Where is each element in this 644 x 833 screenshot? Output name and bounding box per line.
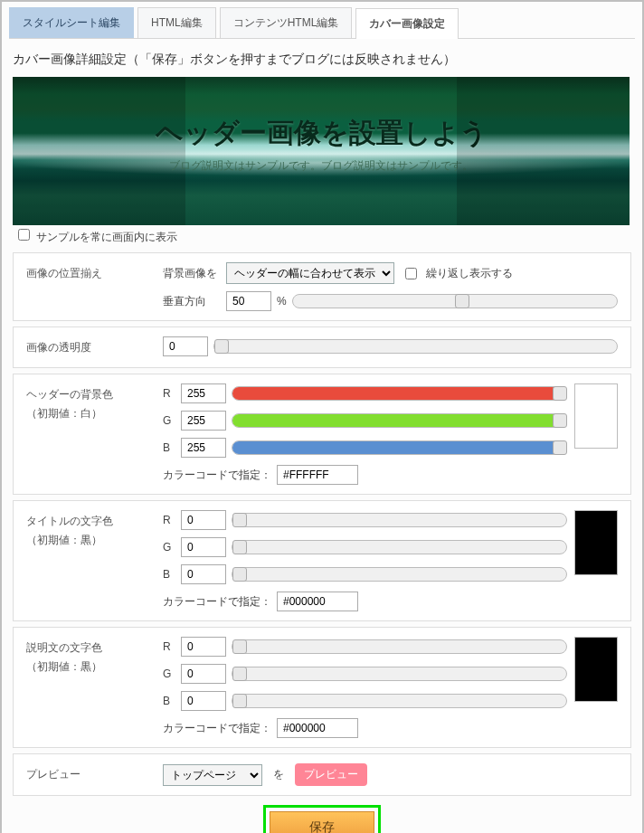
tab-contents-html[interactable]: コンテンツHTML編集 [220, 7, 353, 38]
header-bg-default: （初期値：白） [26, 404, 150, 422]
row-header-bg: ヘッダーの背景色 （初期値：白） R G [13, 374, 631, 495]
opacity-slider[interactable] [213, 339, 618, 354]
title-color-code-input[interactable] [277, 592, 358, 611]
desc-color-swatch [574, 637, 618, 702]
tab-html[interactable]: HTML編集 [137, 7, 216, 38]
title-color-code-label: カラーコードで指定： [163, 594, 271, 610]
save-button[interactable]: 保存 [270, 811, 374, 833]
vertical-label: 垂直方向 [163, 294, 221, 309]
repeat-checkbox[interactable] [405, 268, 417, 279]
header-bg-g-input[interactable] [181, 411, 226, 431]
row-preview: プレビュー トップページ を プレビュー [13, 753, 631, 796]
bg-fit-select[interactable]: ヘッダーの幅に合わせて表示 [226, 262, 394, 284]
preview-wo: を [273, 767, 284, 782]
desc-color-r-slider[interactable] [232, 639, 567, 654]
tab-stylesheet[interactable]: スタイルシート編集 [9, 7, 134, 38]
repeat-label: 繰り返し表示する [426, 266, 513, 281]
cover-preview: ヘッダー画像を設置しよう ブログ説明文はサンプルです。ブログ説明文はサンプルです… [13, 77, 630, 225]
title-color-b-slider[interactable] [232, 567, 567, 582]
g-label: G [163, 667, 175, 680]
preview-label: プレビュー [14, 754, 163, 795]
preview-page-select[interactable]: トップページ [163, 764, 262, 786]
page-heading: カバー画像詳細設定（「保存」ボタンを押すまでブログには反映されません） [13, 52, 631, 68]
cover-subtitle: ブログ説明文はサンプルです。ブログ説明文はサンプルです。 [13, 158, 630, 174]
b-label: B [163, 695, 175, 707]
r-label: R [163, 514, 175, 526]
title-color-g-input[interactable] [181, 537, 226, 557]
row-opacity: 画像の透明度 [13, 327, 631, 368]
desc-color-default: （初期値：黒） [26, 658, 150, 676]
title-color-r-slider[interactable] [232, 513, 567, 527]
row-title-color: タイトルの文字色 （初期値：黒） R G B [13, 500, 631, 621]
desc-color-b-input[interactable] [181, 691, 226, 711]
sample-always-show-checkbox[interactable] [18, 229, 30, 241]
header-bg-code-label: カラーコードで指定： [163, 468, 271, 483]
vertical-slider[interactable] [292, 294, 618, 308]
settings-window: スタイルシート編集 HTML編集 コンテンツHTML編集 カバー画像設定 カバー… [0, 0, 644, 833]
header-bg-code-input[interactable] [277, 465, 358, 485]
desc-color-g-slider[interactable] [232, 667, 567, 681]
desc-color-g-input[interactable] [181, 664, 226, 684]
row-desc-color: 説明文の文字色 （初期値：黒） R G B [13, 627, 631, 748]
header-bg-r-slider[interactable] [232, 386, 567, 401]
desc-color-r-input[interactable] [181, 637, 226, 657]
b-label: B [163, 441, 175, 454]
desc-color-code-input[interactable] [277, 718, 358, 738]
b-label: B [163, 568, 175, 581]
header-bg-g-slider[interactable] [232, 413, 567, 428]
opacity-input[interactable] [163, 336, 208, 356]
desc-color-label: 説明文の文字色 [26, 639, 150, 657]
title-color-b-input[interactable] [181, 564, 226, 584]
r-label: R [163, 387, 175, 400]
g-label: G [163, 541, 175, 554]
tab-cover[interactable]: カバー画像設定 [355, 8, 459, 39]
header-bg-b-slider[interactable] [232, 440, 567, 455]
save-highlight: 保存 [263, 805, 381, 833]
header-bg-r-input[interactable] [181, 383, 226, 403]
bg-image-label: 背景画像を [163, 266, 221, 281]
opacity-label: 画像の透明度 [14, 327, 163, 367]
sample-always-show-label[interactable]: サンプルを常に画面内に表示 [13, 231, 177, 243]
image-position-label: 画像の位置揃え [14, 253, 163, 320]
tabs: スタイルシート編集 HTML編集 コンテンツHTML編集 カバー画像設定 [9, 7, 635, 39]
desc-color-b-slider[interactable] [232, 694, 567, 708]
g-label: G [163, 414, 175, 427]
header-bg-label: ヘッダーの背景色 [26, 385, 150, 403]
title-color-label: タイトルの文字色 [26, 512, 150, 530]
desc-color-code-label: カラーコードで指定： [163, 721, 271, 736]
title-color-default: （初期値：黒） [26, 531, 150, 549]
title-color-swatch [574, 510, 618, 575]
row-image-position: 画像の位置揃え 背景画像を ヘッダーの幅に合わせて表示 繰り返し表示する 垂直方… [13, 252, 631, 321]
header-bg-b-input[interactable] [181, 438, 226, 458]
cover-title: ヘッダー画像を設置しよう [13, 115, 630, 152]
title-color-r-input[interactable] [181, 510, 226, 530]
header-bg-swatch [574, 383, 618, 449]
preview-button[interactable]: プレビュー [295, 763, 367, 786]
sample-always-show-text: サンプルを常に画面内に表示 [36, 231, 177, 243]
title-color-g-slider[interactable] [232, 540, 567, 554]
r-label: R [163, 640, 175, 653]
vertical-input[interactable] [226, 291, 271, 311]
percent-label: % [277, 295, 287, 308]
